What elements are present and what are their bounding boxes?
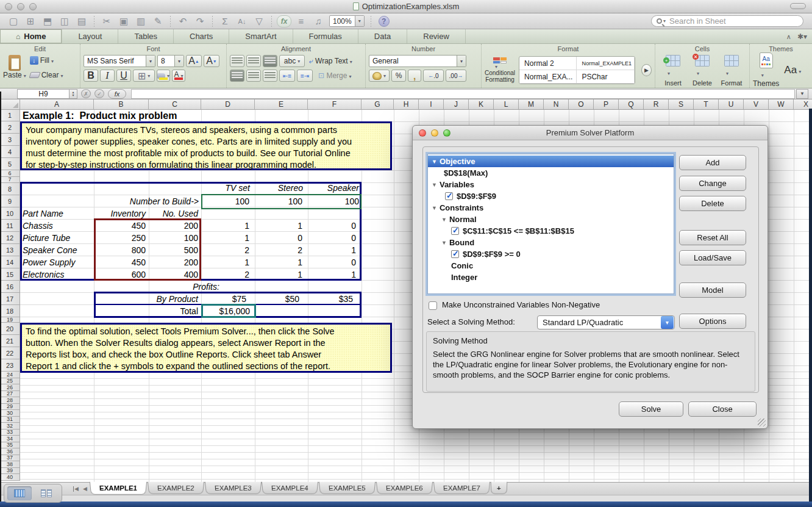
name-box[interactable] xyxy=(17,89,69,99)
row-header-6[interactable]: 6 xyxy=(0,170,20,177)
row-header-1[interactable]: 1 xyxy=(0,110,20,121)
column-header-U[interactable]: U xyxy=(719,99,744,110)
borders-button[interactable]: ⊞ xyxy=(133,70,155,82)
print-icon[interactable]: ▤ xyxy=(74,15,89,27)
row-header-24[interactable]: 24 xyxy=(0,372,20,378)
cell-inventory-header[interactable]: Inventory xyxy=(94,207,146,220)
row-header-5[interactable]: 5 xyxy=(0,158,20,170)
row-header-13[interactable]: 13 xyxy=(0,244,20,256)
note-box-2[interactable]: To find the optimal solution, select Too… xyxy=(20,323,392,373)
merge-button[interactable]: ⊡ Merge xyxy=(318,71,351,80)
page-layout-view-button[interactable] xyxy=(34,486,59,500)
search-field[interactable]: ▾ xyxy=(651,15,803,27)
cell-tv-set[interactable]: TV set xyxy=(201,182,250,194)
cut-icon[interactable]: ✂ xyxy=(99,15,114,27)
column-header-F[interactable]: F xyxy=(308,99,361,110)
bold-button[interactable]: B xyxy=(84,70,98,82)
tree-item-constraints[interactable]: ▼Constraints xyxy=(428,202,674,214)
row-header-31[interactable]: 31 xyxy=(0,417,20,423)
cell-stereo[interactable]: Stereo xyxy=(255,182,303,194)
checked-checkbox-icon[interactable] xyxy=(451,227,459,235)
column-header-G[interactable]: G xyxy=(361,99,394,110)
font-family-select[interactable]: MS Sans Serif xyxy=(84,55,155,67)
cell-part-tv[interactable]: 1 xyxy=(201,232,255,244)
disclosure-triangle-icon[interactable]: ▼ xyxy=(432,159,437,165)
cell-part-speaker[interactable]: 0 xyxy=(308,256,361,268)
row-header-28[interactable]: 28 xyxy=(0,397,20,404)
tree-item-variables-range[interactable]: $D$9:$F$9 xyxy=(428,190,674,202)
table-row[interactable]: Speaker Cone800500221 xyxy=(20,244,361,256)
disclosure-triangle-icon[interactable]: ▼ xyxy=(441,240,447,246)
shrink-font-button[interactable]: A▼ xyxy=(204,55,219,67)
disclosure-triangle-icon[interactable]: ▼ xyxy=(441,217,447,223)
table-row[interactable]: Chassis450200110 xyxy=(20,220,361,232)
cell-part-stereo[interactable]: 1 xyxy=(255,256,308,268)
column-header-V[interactable]: V xyxy=(744,99,769,110)
cell-no-used-header[interactable]: No. Used xyxy=(149,207,198,220)
tree-item-conic[interactable]: Conic xyxy=(428,260,674,271)
cell-part-inventory[interactable]: 250 xyxy=(94,232,149,244)
italic-button[interactable]: I xyxy=(100,70,115,82)
cell-part-used[interactable]: 500 xyxy=(149,244,201,256)
column-header-N[interactable]: N xyxy=(544,99,569,110)
decrease-decimal-button[interactable]: .00→ xyxy=(446,70,466,82)
tree-item-objective[interactable]: ▼Objective xyxy=(428,156,674,167)
insert-cells-button[interactable]: + Insert xyxy=(658,55,688,85)
cell-part-name[interactable]: Speaker Cone xyxy=(20,244,94,256)
row-header-25[interactable]: 25 xyxy=(0,378,20,385)
row-header-23[interactable]: 23 xyxy=(0,359,20,372)
row-header-20[interactable]: 20 xyxy=(0,323,20,335)
row-header-12[interactable]: 12 xyxy=(0,232,20,244)
cell-part-name[interactable]: Electronics xyxy=(20,268,94,281)
font-color-button[interactable]: A xyxy=(172,70,185,82)
redo-icon[interactable]: ↷ xyxy=(193,15,207,27)
tab-smartart[interactable]: SmartArt xyxy=(229,29,293,43)
checked-checkbox-icon[interactable] xyxy=(451,250,459,258)
row-header-4[interactable]: 4 xyxy=(0,146,20,158)
tab-home[interactable]: ⌂Home xyxy=(0,29,62,43)
open-icon[interactable]: ⬒ xyxy=(40,15,55,27)
sheet-heading-cell[interactable]: Example 1: Product mix problem xyxy=(23,110,177,121)
cell-build-tv[interactable]: 100 xyxy=(201,195,249,207)
sheet-tab-example2[interactable]: EXAMPLE2 xyxy=(148,482,204,494)
sheet-tab-example4[interactable]: EXAMPLE4 xyxy=(262,482,318,494)
currency-button[interactable] xyxy=(369,70,390,82)
format-cells-button[interactable]: Format xyxy=(717,55,746,85)
column-header-B[interactable]: B xyxy=(94,99,149,110)
column-header-I[interactable]: I xyxy=(419,99,444,110)
column-header-J[interactable]: J xyxy=(444,99,469,110)
new-document-icon[interactable]: ▢ xyxy=(6,15,21,27)
row-header-36[interactable]: 36 xyxy=(0,448,20,455)
save-icon[interactable]: ◫ xyxy=(57,15,72,27)
undo-icon[interactable]: ↶ xyxy=(176,15,190,27)
cell-part-name[interactable]: Power Supply xyxy=(20,256,94,268)
row-header-22[interactable]: 22 xyxy=(0,347,20,359)
model-button[interactable]: Model xyxy=(679,282,746,298)
checked-checkbox-icon[interactable] xyxy=(445,192,453,200)
align-left-button[interactable] xyxy=(230,70,244,82)
row-header-38[interactable]: 38 xyxy=(0,461,20,468)
column-header-M[interactable]: M xyxy=(519,99,544,110)
cell-part-speaker[interactable]: 1 xyxy=(308,268,361,281)
increase-decimal-button[interactable]: ←.0 xyxy=(423,70,444,82)
tree-item-objective-cell[interactable]: $D$18(Max) xyxy=(428,167,674,179)
theme-fonts-button[interactable]: Aa xyxy=(784,64,801,76)
combo-dropdown-icon[interactable] xyxy=(661,316,674,329)
cell-part-stereo[interactable]: 1 xyxy=(255,268,308,281)
font-family-dropdown-icon[interactable] xyxy=(146,56,155,67)
first-sheet-icon[interactable]: ◀ xyxy=(73,486,79,492)
align-top-button[interactable] xyxy=(230,55,244,67)
cell-part-used[interactable]: 100 xyxy=(149,232,201,244)
tab-layout[interactable]: Layout xyxy=(62,29,118,43)
sheet-tab-example1[interactable]: EXAMPLE1 xyxy=(90,482,147,495)
disclosure-triangle-icon[interactable]: ▼ xyxy=(432,182,437,188)
cell-part-tv[interactable]: 1 xyxy=(201,220,255,232)
table-row[interactable]: Electronics600400211 xyxy=(20,268,361,281)
decrease-indent-button[interactable]: ⇤≡ xyxy=(279,70,295,82)
tab-data[interactable]: Data xyxy=(358,29,407,43)
row-header-32[interactable]: 32 xyxy=(0,423,20,430)
solving-method-select[interactable]: Standard LP/Quadratic xyxy=(537,315,675,329)
cell-part-stereo[interactable]: 1 xyxy=(255,220,308,232)
column-header-L[interactable]: L xyxy=(494,99,519,110)
cell-profit-stereo[interactable]: $50 xyxy=(255,293,299,305)
